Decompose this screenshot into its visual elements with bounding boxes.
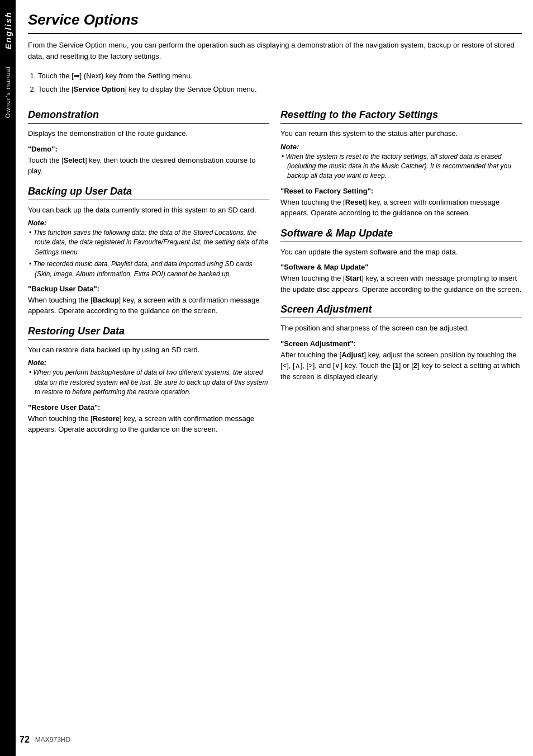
demo-heading: "Demo": (28, 145, 269, 153)
screen-adjust-heading: "Screen Adjustment": (280, 339, 522, 348)
step-2: Touch the [Service Option] key to displa… (38, 84, 522, 95)
demonstration-body: Displays the demonstration of the route … (28, 128, 269, 139)
screen-adjustment-body: The position and sharpness of the screen… (280, 323, 522, 334)
software-map-body: You can update the system software and t… (280, 247, 522, 258)
resetting-body: You can return this system to the status… (280, 128, 522, 139)
left-column: Demonstration Displays the demonstration… (28, 100, 269, 438)
intro-text: From the Service Option menu, you can pe… (28, 40, 522, 62)
backing-up-note-2: The recorded music data, Playlist data, … (28, 259, 269, 279)
restore-body: When touching the [Restore] key, a scree… (28, 413, 269, 435)
steps-list: Touch the [➡] (Next) key from the Settin… (28, 70, 522, 94)
restoring-body: You can restore data backed up by using … (28, 344, 269, 356)
reset-heading: "Reset to Factory Setting": (280, 187, 522, 195)
footer: 72 MAX973HD (20, 735, 70, 745)
page-number: 72 (20, 735, 30, 745)
software-map-update-body: When touching the [Start] key, a screen … (280, 273, 522, 295)
backing-up-note-label: Note: (28, 219, 269, 227)
resetting-note-label: Note: (280, 143, 522, 151)
resetting-rule (280, 123, 522, 124)
restoring-note-1: When you perform backup/restore of data … (28, 368, 269, 397)
side-tab: English Owner's manual (0, 0, 16, 756)
backing-up-note-1: This function saves the following data: … (28, 228, 269, 257)
two-column-layout: Demonstration Displays the demonstration… (28, 100, 522, 438)
resetting-title: Resetting to the Factory Settings (280, 109, 522, 121)
software-map-heading: "Software & Map Update" (280, 263, 522, 271)
page-title: Service Options (28, 11, 522, 29)
resetting-note-1: When the system is reset to the factory … (280, 152, 522, 181)
software-map-rule (280, 242, 522, 242)
backing-up-rule (28, 200, 269, 200)
backing-up-title: Backing up User Data (28, 186, 269, 197)
backup-body: When touching the [Backup] key, a screen… (28, 295, 269, 316)
screen-adjustment-rule (280, 318, 522, 318)
step-1: Touch the [➡] (Next) key from the Settin… (38, 70, 522, 82)
screen-adjust-body: After touching the [Adjust] key, adjust … (280, 349, 522, 382)
screen-adjustment-title: Screen Adjustment (280, 304, 522, 315)
restore-heading: "Restore User Data": (28, 403, 269, 412)
demo-body: Touch the [Select] key, then touch the d… (28, 155, 269, 177)
software-map-title: Software & Map Update (280, 228, 522, 239)
manual-label: Owner's manual (4, 66, 11, 118)
demonstration-rule (28, 123, 269, 124)
right-column: Resetting to the Factory Settings You ca… (280, 100, 522, 438)
title-rule (28, 33, 522, 34)
language-label: English (3, 11, 13, 49)
demonstration-title: Demonstration (28, 109, 269, 121)
main-content: Service Options From the Service Option … (20, 0, 533, 450)
restoring-note-label: Note: (28, 358, 269, 367)
model-number: MAX973HD (35, 736, 70, 744)
backup-heading: "Backup User Data": (28, 285, 269, 293)
backing-up-body: You can back up the data currently store… (28, 205, 269, 216)
restoring-title: Restoring User Data (28, 325, 269, 337)
restoring-rule (28, 339, 269, 340)
reset-body: When touching the [Reset] key, a screen … (280, 197, 522, 219)
